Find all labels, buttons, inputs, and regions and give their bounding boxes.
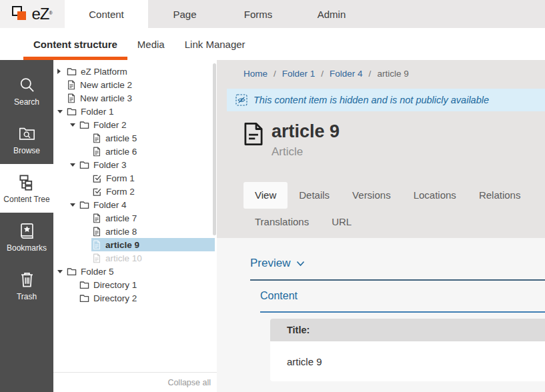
tree-item-article-5[interactable]: article 5 [53,131,217,145]
content-tree: eZ PlatformNew article 2New article 3Fol… [53,60,217,305]
tree-item-label: New article 2 [80,80,132,90]
breadcrumb-item-home[interactable]: Home [243,69,267,79]
sub-nav-tab-content-structure[interactable]: Content structure [23,28,127,60]
breadcrumb: Home/Folder 1/Folder 4/article 9 [243,69,409,79]
tree-expander-expanded-icon[interactable] [70,163,79,167]
main-nav-tabs: ContentPageFormsAdmin [65,0,368,28]
caret-right-icon [57,69,61,74]
sub-navbar: Content structureMediaLink Manager [0,28,545,60]
field-name-header: Title: [270,319,545,341]
breadcrumb-item-folder-1[interactable]: Folder 1 [282,69,316,79]
tree-item-article-7[interactable]: article 7 [53,211,217,225]
tab-versions[interactable]: Versions [341,182,402,209]
chevron-down-icon [296,261,305,267]
tree-item-body: Directory 2 [79,291,215,305]
content-tree-panel: eZ PlatformNew article 2New article 3Fol… [53,60,217,392]
tree-item-body: article 10 [91,251,215,265]
tree-item-label: Folder 2 [93,120,127,130]
collapse-all-button[interactable]: Collapse all [167,378,211,387]
main-nav-tab-admin[interactable]: Admin [295,0,368,28]
tree-item-label: Directory 1 [93,280,137,290]
article-icon [92,213,101,223]
tree-item-label: Folder 4 [93,200,127,210]
sidebar-item-label: Browse [13,146,40,155]
tab-details[interactable]: Details [288,182,341,209]
tree-expander-expanded-icon[interactable] [57,110,66,113]
preview-divider [250,279,545,281]
sidebar-item-search[interactable]: Search [0,67,53,115]
notice-text: This content item is hidden and is not p… [253,95,489,105]
main-nav-tab-forms[interactable]: Forms [221,0,295,28]
tree-item-form-2[interactable]: Form 2 [53,185,217,198]
caret-down-icon [57,110,63,113]
tree-item-article-8[interactable]: article 8 [53,225,217,238]
article-icon [92,147,101,157]
trash-icon [18,271,36,289]
tree-item-new-article-3[interactable]: New article 3 [53,91,217,105]
preview-label: Preview [250,257,290,270]
logo-registered-mark: ® [49,11,52,15]
tree-item-body: Folder 2 [79,118,215,131]
main-nav-tab-page[interactable]: Page [148,0,221,28]
tab-translations[interactable]: Translations [243,209,320,235]
tree-item-folder-4[interactable]: Folder 4 [53,198,217,211]
form-icon [92,187,102,197]
tab-url[interactable]: URL [320,209,363,235]
tree-item-label: Form 1 [106,173,135,183]
tree-item-label: New article 3 [80,93,132,103]
tree-expander-collapsed-icon[interactable] [57,69,66,74]
tree-item-directory-1[interactable]: Directory 1 [53,278,217,291]
tree-item-label: article 6 [105,147,137,157]
tree-item-folder-1[interactable]: Folder 1 [53,105,217,118]
tree-item-folder-2[interactable]: Folder 2 [53,118,217,131]
preview-toggle[interactable]: Preview [250,257,305,270]
caret-down-icon [70,123,75,127]
app-logo[interactable]: eZ ® [0,0,65,28]
tree-item-ez-platform[interactable]: eZ Platform [53,65,217,78]
article-icon [243,122,263,146]
folder-icon [79,120,89,130]
tree-item-label: article 10 [105,253,142,263]
main-content: Home/Folder 1/Folder 4/article 9 This co… [217,60,545,392]
breadcrumb-item-folder-4[interactable]: Folder 4 [330,69,363,79]
sub-nav-tab-media[interactable]: Media [127,28,175,60]
tree-item-new-article-2[interactable]: New article 2 [53,78,217,91]
tree-item-label: article 7 [105,213,137,223]
tree-scrollbar[interactable] [213,63,216,235]
tree-item-label: article 8 [105,227,137,237]
sidebar-item-content-tree[interactable]: Content Tree [0,164,53,213]
folder-icon [79,200,89,210]
tree-item-article-9[interactable]: article 9 [53,238,217,251]
tree-item-label: article 9 [105,240,139,250]
tree-item-folder-3[interactable]: Folder 3 [53,158,217,171]
content-body-section: Preview Content Title: article 9 [217,238,545,392]
sidebar-item-browse[interactable]: Browse [0,115,53,164]
tree-item-label: Folder 1 [81,107,114,117]
folder-icon [67,267,77,277]
tree-item-folder-5[interactable]: Folder 5 [53,265,217,278]
tree-expander-expanded-icon[interactable] [57,270,66,273]
tree-item-form-1[interactable]: Form 1 [53,171,217,185]
sub-nav-tab-link-manager[interactable]: Link Manager [175,28,255,60]
tree-item-article-10[interactable]: article 10 [53,251,217,265]
tree-item-body: Form 2 [91,185,215,198]
tab-locations[interactable]: Locations [402,182,468,209]
article-icon [67,93,76,103]
tab-view[interactable]: View [243,182,288,209]
tree-expander-expanded-icon[interactable] [70,203,79,207]
folder-icon [79,293,89,303]
tree-item-body: eZ Platform [66,65,215,78]
tree-item-article-6[interactable]: article 6 [53,145,217,158]
main-nav-tab-content[interactable]: Content [65,0,148,28]
tree-item-directory-2[interactable]: Directory 2 [53,291,217,305]
sidebar-item-trash[interactable]: Trash [0,261,53,310]
hidden-eye-icon [235,94,247,106]
tree-expander-expanded-icon[interactable] [70,123,79,127]
tree-item-label: Directory 2 [93,293,137,303]
content-tree-icon [18,173,36,191]
article-icon [92,227,101,237]
sidebar-item-bookmarks[interactable]: Bookmarks [0,213,53,261]
content-tabs: ViewDetailsVersionsLocationsRelationsTra… [243,182,545,235]
tab-relations[interactable]: Relations [468,182,532,209]
article-icon [92,240,101,250]
